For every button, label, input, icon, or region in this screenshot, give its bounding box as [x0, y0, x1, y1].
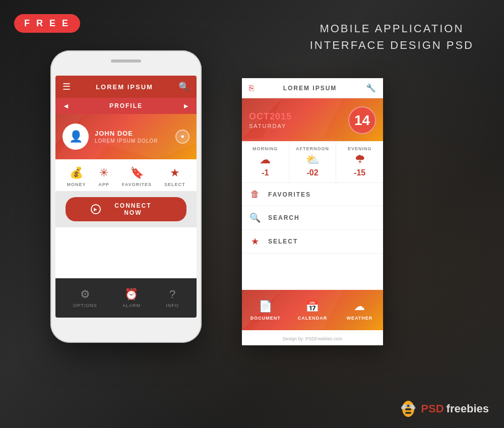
app-icon: ✳: [99, 166, 108, 179]
favorites-menu-label: FAVORITES: [268, 191, 311, 198]
phone2-title: LOREM IPSUM: [283, 85, 337, 92]
money-label: MONEY: [67, 182, 86, 187]
options-icon: ⚙: [80, 288, 90, 301]
weather-section: MORNING ☁ -1 AFTERNOON ⛅ -02 EVENING 🌩 -…: [242, 141, 383, 183]
psd-text: PSD: [421, 402, 444, 415]
bee-icon: [398, 399, 418, 419]
select-label: SELECT: [164, 182, 185, 187]
avatar: 👤: [62, 124, 89, 150]
connect-button[interactable]: ▶ CONNECT NOW: [66, 197, 186, 221]
date-number: 14: [348, 106, 376, 134]
document-tab-label: DOCUMENT: [250, 316, 281, 321]
calendar-tab-label: CALENDAR: [298, 316, 328, 321]
connect-section: ▶ CONNECT NOW: [55, 191, 197, 227]
money-item[interactable]: 💰 MONEY: [67, 166, 86, 187]
date-left: OCT2015 SATURDAY: [249, 111, 292, 129]
favorites-menu-item[interactable]: 🗑 FAVORITES: [242, 183, 383, 206]
phone1: ☰ LOREM IPSUM 🔍 ◄ PROFILE ► 👤 JOHN DOE L…: [50, 50, 202, 343]
morning-weather: MORNING ☁ -1: [242, 141, 289, 182]
icons-row: 💰 MONEY ✳ APP 🔖 FAVORITES ★ SELECT: [55, 159, 197, 191]
cloud-icon-morning: ☁: [260, 153, 271, 166]
share-icon[interactable]: ⎘: [249, 84, 254, 93]
calendar-tab[interactable]: 📅 CALENDAR: [289, 290, 336, 330]
user-icon: 👤: [69, 130, 83, 143]
trash-icon: 🗑: [249, 189, 261, 200]
weather-tab-label: WEATHER: [346, 316, 372, 321]
document-tab[interactable]: 📄 DOCUMENT: [242, 290, 289, 330]
alarm-label: ALARM: [122, 303, 141, 308]
select-menu-label: SELECT: [268, 238, 298, 245]
profile-hero: 👤 JOHN DOE LOREM IPSUM DOLOR ♥: [55, 114, 197, 159]
profile-nav: ◄ PROFILE ►: [55, 98, 197, 114]
select-menu-item[interactable]: ★ SELECT: [242, 230, 383, 254]
hamburger-icon[interactable]: ☰: [62, 81, 71, 92]
options-nav-item[interactable]: ⚙ OPTIONS: [73, 288, 97, 308]
evening-temp: -15: [354, 168, 365, 177]
phone1-topbar: ☰ LOREM IPSUM 🔍: [55, 76, 197, 98]
day-name: SATURDAY: [249, 123, 292, 129]
calendar-icon: 📅: [305, 300, 319, 313]
alarm-nav-item[interactable]: ⏰ ALARM: [122, 288, 141, 308]
svg-rect-3: [405, 412, 411, 414]
star-icon: ★: [170, 166, 180, 179]
phone1-bottom-nav: ⚙ OPTIONS ⏰ ALARM ? INFO: [55, 278, 197, 318]
phone2-bottom-tabs: 📄 DOCUMENT 📅 CALENDAR ☁ WEATHER: [242, 290, 383, 330]
phone1-screen: ☰ LOREM IPSUM 🔍 ◄ PROFILE ► 👤 JOHN DOE L…: [55, 76, 197, 318]
select-item[interactable]: ★ SELECT: [164, 166, 185, 187]
phone1-title: LOREM IPSUM: [96, 83, 153, 91]
free-badge: F R E E: [14, 14, 80, 33]
morning-temp: -1: [262, 168, 269, 177]
evening-weather: EVENING 🌩 -15: [336, 141, 383, 182]
user-subtitle: LOREM IPSUM DOLOR: [95, 138, 169, 144]
bookmark-icon: 🔖: [130, 166, 144, 179]
money-icon: 💰: [70, 166, 83, 179]
star-menu-icon: ★: [249, 236, 261, 247]
favorites-label: FAVORITES: [122, 182, 152, 187]
wrench-icon[interactable]: 🔧: [366, 83, 376, 93]
app-item[interactable]: ✳ APP: [98, 166, 109, 187]
design-credit: Design by: PSDFreebies.com: [242, 336, 383, 341]
phone2: ⎘ LOREM IPSUM 🔧 OCT2015 SATURDAY 14 MORN…: [242, 78, 383, 345]
search-menu-item[interactable]: 🔍 SEARCH: [242, 206, 383, 230]
morning-label: MORNING: [253, 146, 278, 151]
play-icon: ▶: [91, 204, 101, 214]
profile-info: JOHN DOE LOREM IPSUM DOLOR: [95, 130, 169, 144]
info-label: INFO: [166, 303, 179, 308]
svg-rect-2: [405, 408, 411, 410]
month-year: OCT2015: [249, 111, 292, 122]
phone2-topbar: ⎘ LOREM IPSUM 🔧: [242, 78, 383, 98]
date-section: OCT2015 SATURDAY 14: [242, 98, 383, 141]
search-menu-label: SEARCH: [268, 214, 300, 221]
afternoon-weather: AFTERNOON ⛅ -02: [289, 141, 337, 182]
document-icon: 📄: [259, 300, 272, 313]
favorites-item[interactable]: 🔖 FAVORITES: [122, 166, 152, 187]
alarm-icon: ⏰: [124, 288, 138, 301]
afternoon-temp: -02: [306, 168, 318, 177]
profile-nav-label: PROFILE: [109, 102, 143, 109]
weather-tab-icon: ☁: [354, 300, 365, 313]
page-title: MOBILE APPLICATION INTERFACE DESIGN PSD: [310, 20, 474, 53]
user-name: JOHN DOE: [95, 130, 169, 137]
evening-label: EVENING: [348, 146, 372, 151]
cloud-icon-evening: 🌩: [354, 153, 365, 166]
heart-icon: ♥: [180, 133, 184, 140]
cloud-icon-afternoon: ⛅: [306, 153, 320, 166]
psd-freebies-logo: PSD freebies: [398, 399, 489, 419]
prev-arrow-icon[interactable]: ◄: [62, 102, 70, 110]
info-nav-item[interactable]: ? INFO: [166, 288, 179, 308]
connect-label: CONNECT NOW: [105, 202, 161, 216]
app-label: APP: [98, 182, 109, 187]
weather-tab[interactable]: ☁ WEATHER: [336, 290, 383, 330]
search-icon[interactable]: 🔍: [178, 81, 190, 92]
info-icon: ?: [169, 288, 175, 301]
freebies-text: freebies: [447, 402, 489, 415]
search-menu-icon: 🔍: [249, 212, 261, 223]
options-label: OPTIONS: [73, 303, 97, 308]
next-arrow-icon[interactable]: ►: [182, 102, 190, 110]
heart-button[interactable]: ♥: [175, 130, 190, 144]
afternoon-label: AFTERNOON: [296, 146, 329, 151]
